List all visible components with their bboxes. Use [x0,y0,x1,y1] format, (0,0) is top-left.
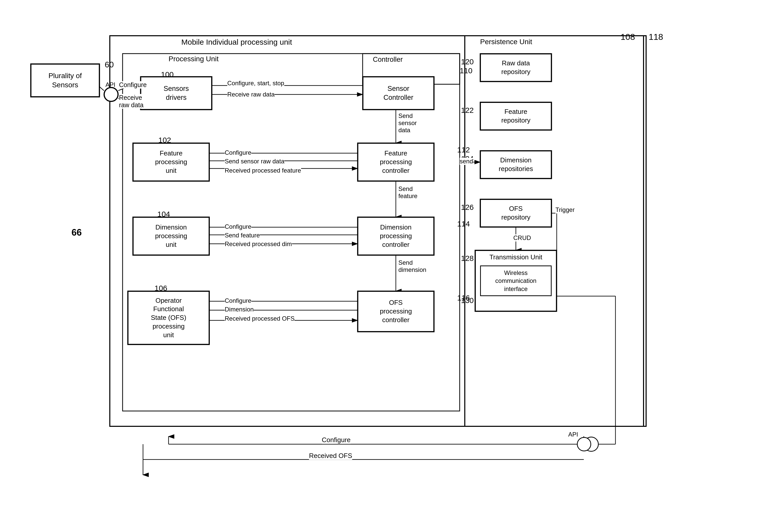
ref-104: 104 [157,210,170,218]
plurality-of-sensors-box: Plurality ofSensors [31,64,100,97]
api-label-right: API [568,431,578,438]
ref-66-label: 66 [71,227,82,238]
ref-112: 112 [457,146,470,154]
sensors-drivers-label: Sensorsdrivers [164,84,189,102]
send-arrow-label: send [460,158,473,165]
sensors-drivers-box: Sensorsdrivers [140,76,212,110]
main-title: Mobile Individual processing unit [181,38,292,46]
transmission-unit-label: Transmission Unit [489,253,542,262]
feature-proc-label: Featureprocessingunit [155,149,187,175]
wireless-box: Wirelesscommunicationinterface [480,265,551,296]
raw-data-repo-box: Raw datarepository [480,54,551,82]
trigger-label: Trigger [555,206,575,213]
svg-rect-7 [465,36,643,426]
dimension-ofs-label: Dimension [225,306,254,313]
send-feature-dp-label: Send feature [225,232,260,239]
feature-ctrl-label: Featureprocessingcontroller [380,149,412,175]
dim-ctrl-label: Dimensionprocessingcontroller [380,223,412,249]
ofs-proc-label: OperatorFunctionalState (OFS)processingu… [151,296,186,339]
feature-repo-box: Featurerepository [480,102,551,130]
ref-110: 110 [460,66,472,75]
plurality-label: Plurality ofSensors [49,71,82,90]
api-label-left: API [106,81,116,88]
ref-100: 100 [161,70,174,79]
ref-120: 120 [461,58,474,66]
ofs-ctrl-box: OFSprocessingcontroller [357,291,434,332]
dim-ctrl-box: Dimensionprocessingcontroller [357,217,434,255]
configure-dp-label: Configure [225,223,251,230]
send-sensor-data-label: Sendsensordata [399,112,417,134]
send-dim-label: Senddimension [399,259,426,273]
ref-128: 128 [461,254,474,263]
persistence-unit-label: Persistence Unit [480,38,532,46]
configure-ofs-label: Configure [225,297,251,304]
send-sensor-raw-label: Send sensor raw data [225,158,284,165]
feature-repo-label: Featurerepository [501,108,530,125]
dim-repo-label: Dimensionrepositories [499,156,533,173]
ref-102: 102 [158,136,171,145]
ref-126: 126 [461,203,474,212]
configure-fp-label: Configure [225,149,251,156]
ref-106: 106 [155,284,167,292]
ofs-repo-box: OFSrepository [480,199,551,227]
received-ofs-bottom-label: Received OFS [309,452,352,460]
crud-label: CRUD [513,234,531,242]
svg-line-25 [100,87,104,91]
feature-ctrl-box: Featureprocessingcontroller [357,143,434,181]
processing-unit-label: Processing Unit [168,55,218,63]
send-feature-down-label: Sendfeature [399,185,417,200]
sensor-controller-box: SensorController [363,76,434,110]
receive-raw-label: Receiveraw data [119,94,144,109]
ref-122: 122 [461,106,474,114]
ref-114: 114 [457,220,470,228]
dim-repo-box: Dimensionrepositories [480,151,551,179]
configure-bottom-label: Configure [322,436,351,444]
configure-stop-label: Configure, start, stop [227,80,284,87]
ref-118: 118 [649,32,663,42]
received-feature-label: Received processed feature [225,167,301,174]
ofs-repo-label: OFSrepository [501,204,530,222]
api-circle-left [104,87,118,102]
raw-data-label: Raw datarepository [501,59,530,76]
feature-proc-box: Featureprocessingunit [133,143,210,181]
ref-108: 108 [621,32,635,42]
sensor-controller-label: SensorController [383,84,413,102]
diagram-container: Plurality ofSensors 60 Mobile Individual… [15,15,745,517]
dim-proc-box: Dimensionprocessingunit [133,217,210,255]
received-dim-label: Received processed dim [225,241,292,247]
wireless-label: Wirelesscommunicationinterface [495,269,536,293]
ref-60: 60 [105,60,114,69]
receive-raw-data-label: Receive raw data [227,91,274,98]
ofs-proc-box: OperatorFunctionalState (OFS)processingu… [128,291,210,345]
api-circle-right [577,437,591,451]
dim-proc-label: Dimensionprocessingunit [155,223,187,249]
received-ofs-label: Received processed OFS [225,315,295,322]
ofs-ctrl-label: OFSprocessingcontroller [380,298,412,324]
configure-left-label: Configure [119,81,147,89]
ref-130: 130 [461,296,474,305]
controller-label: Controller [373,56,403,64]
